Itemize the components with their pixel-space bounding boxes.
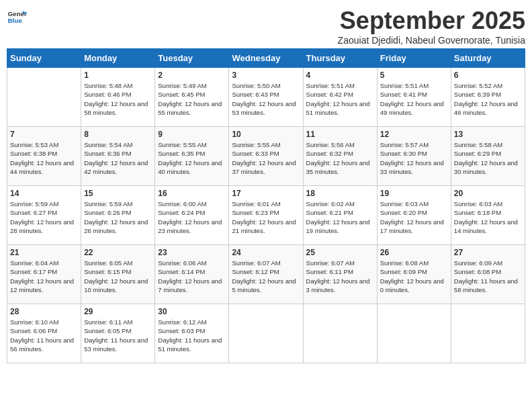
day-info: Sunrise: 6:10 AM Sunset: 6:06 PM Dayligh… bbox=[10, 318, 78, 353]
day-cell: 21Sunrise: 6:04 AM Sunset: 6:17 PM Dayli… bbox=[7, 245, 81, 304]
day-info: Sunrise: 6:03 AM Sunset: 6:18 PM Dayligh… bbox=[454, 199, 522, 235]
header-cell-sunday: Sunday bbox=[7, 49, 81, 68]
day-cell: 30Sunrise: 6:12 AM Sunset: 6:03 PM Dayli… bbox=[155, 304, 229, 363]
day-cell bbox=[229, 304, 303, 363]
header-cell-monday: Monday bbox=[81, 49, 155, 68]
day-number: 1 bbox=[84, 71, 152, 80]
day-cell: 25Sunrise: 6:07 AM Sunset: 6:11 PM Dayli… bbox=[303, 245, 377, 304]
day-info: Sunrise: 6:07 AM Sunset: 6:11 PM Dayligh… bbox=[306, 259, 374, 294]
day-info: Sunrise: 6:12 AM Sunset: 6:03 PM Dayligh… bbox=[158, 318, 226, 353]
day-info: Sunrise: 5:55 AM Sunset: 6:33 PM Dayligh… bbox=[232, 140, 300, 176]
day-number: 20 bbox=[454, 189, 522, 198]
week-row-3: 21Sunrise: 6:04 AM Sunset: 6:17 PM Dayli… bbox=[7, 245, 525, 304]
day-cell: 5Sunrise: 5:51 AM Sunset: 6:41 PM Daylig… bbox=[377, 68, 451, 127]
day-info: Sunrise: 5:52 AM Sunset: 6:39 PM Dayligh… bbox=[454, 81, 522, 117]
day-cell bbox=[7, 68, 81, 127]
day-cell: 9Sunrise: 5:55 AM Sunset: 6:35 PM Daylig… bbox=[155, 127, 229, 186]
day-number: 23 bbox=[158, 248, 226, 257]
day-cell: 15Sunrise: 5:59 AM Sunset: 6:26 PM Dayli… bbox=[81, 186, 155, 245]
day-cell: 17Sunrise: 6:01 AM Sunset: 6:23 PM Dayli… bbox=[229, 186, 303, 245]
day-number: 17 bbox=[232, 189, 300, 198]
day-cell: 2Sunrise: 5:49 AM Sunset: 6:45 PM Daylig… bbox=[155, 68, 229, 127]
day-number: 7 bbox=[10, 130, 78, 139]
header-cell-tuesday: Tuesday bbox=[155, 49, 229, 68]
header-cell-saturday: Saturday bbox=[451, 49, 525, 68]
calendar-table: SundayMondayTuesdayWednesdayThursdayFrid… bbox=[7, 48, 525, 363]
day-number: 2 bbox=[158, 71, 226, 80]
day-info: Sunrise: 6:05 AM Sunset: 6:15 PM Dayligh… bbox=[84, 259, 152, 294]
day-number: 27 bbox=[454, 248, 522, 257]
day-info: Sunrise: 6:01 AM Sunset: 6:23 PM Dayligh… bbox=[232, 199, 300, 235]
week-row-4: 28Sunrise: 6:10 AM Sunset: 6:06 PM Dayli… bbox=[7, 304, 525, 363]
day-info: Sunrise: 6:11 AM Sunset: 6:05 PM Dayligh… bbox=[84, 318, 152, 353]
day-number: 19 bbox=[380, 189, 448, 198]
day-cell: 4Sunrise: 5:51 AM Sunset: 6:42 PM Daylig… bbox=[303, 68, 377, 127]
day-cell: 27Sunrise: 6:09 AM Sunset: 6:08 PM Dayli… bbox=[451, 245, 525, 304]
svg-text:Blue: Blue bbox=[8, 17, 23, 24]
day-cell bbox=[303, 304, 377, 363]
day-number: 13 bbox=[454, 130, 522, 139]
day-number: 4 bbox=[306, 71, 374, 80]
day-cell: 13Sunrise: 5:58 AM Sunset: 6:29 PM Dayli… bbox=[451, 127, 525, 186]
week-row-0: 1Sunrise: 5:48 AM Sunset: 6:46 PM Daylig… bbox=[7, 68, 525, 127]
day-number: 15 bbox=[84, 189, 152, 198]
day-cell: 28Sunrise: 6:10 AM Sunset: 6:06 PM Dayli… bbox=[7, 304, 81, 363]
day-cell: 29Sunrise: 6:11 AM Sunset: 6:05 PM Dayli… bbox=[81, 304, 155, 363]
day-info: Sunrise: 6:07 AM Sunset: 6:12 PM Dayligh… bbox=[232, 259, 300, 294]
day-number: 11 bbox=[306, 130, 374, 139]
day-cell: 11Sunrise: 5:56 AM Sunset: 6:32 PM Dayli… bbox=[303, 127, 377, 186]
day-cell: 8Sunrise: 5:54 AM Sunset: 6:36 PM Daylig… bbox=[81, 127, 155, 186]
logo-icon: General Blue bbox=[7, 7, 27, 27]
day-cell bbox=[377, 304, 451, 363]
day-number: 28 bbox=[10, 307, 78, 316]
day-number: 9 bbox=[158, 130, 226, 139]
header-cell-wednesday: Wednesday bbox=[229, 49, 303, 68]
day-info: Sunrise: 5:50 AM Sunset: 6:43 PM Dayligh… bbox=[232, 81, 300, 117]
day-info: Sunrise: 5:56 AM Sunset: 6:32 PM Dayligh… bbox=[306, 140, 374, 176]
title-area: September 2025 Zaouiat Djedidi, Nabeul G… bbox=[338, 7, 525, 46]
day-info: Sunrise: 5:55 AM Sunset: 6:35 PM Dayligh… bbox=[158, 140, 226, 176]
day-number: 26 bbox=[380, 248, 448, 257]
day-info: Sunrise: 5:57 AM Sunset: 6:30 PM Dayligh… bbox=[380, 140, 448, 176]
day-cell: 7Sunrise: 5:53 AM Sunset: 6:38 PM Daylig… bbox=[7, 127, 81, 186]
day-number: 6 bbox=[454, 71, 522, 80]
day-cell: 1Sunrise: 5:48 AM Sunset: 6:46 PM Daylig… bbox=[81, 68, 155, 127]
day-number: 16 bbox=[158, 189, 226, 198]
header-row: SundayMondayTuesdayWednesdayThursdayFrid… bbox=[7, 49, 525, 68]
day-number: 21 bbox=[10, 248, 78, 257]
day-number: 14 bbox=[10, 189, 78, 198]
day-number: 12 bbox=[380, 130, 448, 139]
day-cell: 6Sunrise: 5:52 AM Sunset: 6:39 PM Daylig… bbox=[451, 68, 525, 127]
day-cell: 23Sunrise: 6:06 AM Sunset: 6:14 PM Dayli… bbox=[155, 245, 229, 304]
day-info: Sunrise: 6:02 AM Sunset: 6:21 PM Dayligh… bbox=[306, 199, 374, 235]
day-cell: 19Sunrise: 6:03 AM Sunset: 6:20 PM Dayli… bbox=[377, 186, 451, 245]
week-row-2: 14Sunrise: 5:59 AM Sunset: 6:27 PM Dayli… bbox=[7, 186, 525, 245]
day-number: 18 bbox=[306, 189, 374, 198]
day-info: Sunrise: 6:06 AM Sunset: 6:14 PM Dayligh… bbox=[158, 259, 226, 294]
day-info: Sunrise: 5:54 AM Sunset: 6:36 PM Dayligh… bbox=[84, 140, 152, 176]
day-info: Sunrise: 5:58 AM Sunset: 6:29 PM Dayligh… bbox=[454, 140, 522, 176]
day-number: 25 bbox=[306, 248, 374, 257]
day-cell: 3Sunrise: 5:50 AM Sunset: 6:43 PM Daylig… bbox=[229, 68, 303, 127]
month-title: September 2025 bbox=[338, 7, 525, 35]
day-info: Sunrise: 5:59 AM Sunset: 6:27 PM Dayligh… bbox=[10, 199, 78, 235]
day-info: Sunrise: 5:59 AM Sunset: 6:26 PM Dayligh… bbox=[84, 199, 152, 235]
day-cell: 22Sunrise: 6:05 AM Sunset: 6:15 PM Dayli… bbox=[81, 245, 155, 304]
day-info: Sunrise: 5:51 AM Sunset: 6:41 PM Dayligh… bbox=[380, 81, 448, 117]
day-cell: 20Sunrise: 6:03 AM Sunset: 6:18 PM Dayli… bbox=[451, 186, 525, 245]
day-info: Sunrise: 6:03 AM Sunset: 6:20 PM Dayligh… bbox=[380, 199, 448, 235]
day-cell: 10Sunrise: 5:55 AM Sunset: 6:33 PM Dayli… bbox=[229, 127, 303, 186]
day-number: 24 bbox=[232, 248, 300, 257]
day-number: 8 bbox=[84, 130, 152, 139]
day-number: 30 bbox=[158, 307, 226, 316]
day-info: Sunrise: 5:53 AM Sunset: 6:38 PM Dayligh… bbox=[10, 140, 78, 176]
day-cell: 14Sunrise: 5:59 AM Sunset: 6:27 PM Dayli… bbox=[7, 186, 81, 245]
header-cell-friday: Friday bbox=[377, 49, 451, 68]
day-cell: 16Sunrise: 6:00 AM Sunset: 6:24 PM Dayli… bbox=[155, 186, 229, 245]
header-cell-thursday: Thursday bbox=[303, 49, 377, 68]
logo: General Blue bbox=[7, 7, 27, 27]
day-number: 10 bbox=[232, 130, 300, 139]
day-cell: 24Sunrise: 6:07 AM Sunset: 6:12 PM Dayli… bbox=[229, 245, 303, 304]
day-info: Sunrise: 6:00 AM Sunset: 6:24 PM Dayligh… bbox=[158, 199, 226, 235]
day-cell bbox=[451, 304, 525, 363]
